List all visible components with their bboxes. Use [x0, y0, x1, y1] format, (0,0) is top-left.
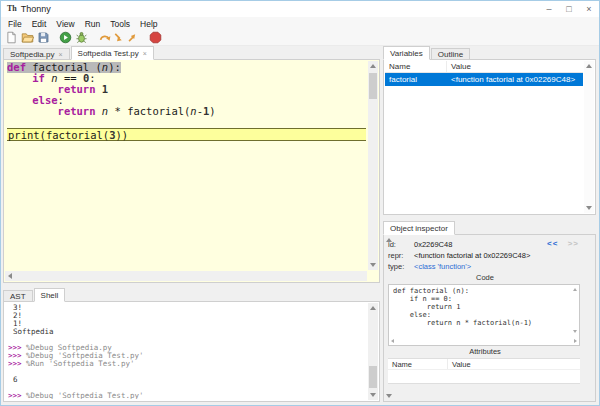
main-area: Softpedia.py×Softpedia Test.py× def fact… [1, 46, 599, 405]
code-token: print(factorial( [8, 129, 109, 141]
save-icon[interactable] [37, 31, 50, 44]
step-out-icon[interactable] [125, 31, 138, 44]
forward-icon[interactable]: >> [568, 239, 579, 248]
title-bar[interactable]: Th Thonny – □ × [1, 1, 599, 17]
scroll-down-icon[interactable] [386, 394, 392, 398]
run-icon[interactable] [59, 31, 72, 44]
scroll-left-icon[interactable] [391, 339, 394, 343]
shell-tab-bar: ASTShell [3, 288, 380, 302]
close-icon[interactable]: × [58, 51, 62, 58]
menu-item-edit[interactable]: Edit [27, 19, 52, 29]
tab-view-shell[interactable]: Shell [34, 288, 66, 302]
attributes-heading: Attributes [388, 346, 582, 358]
scroll-left-icon[interactable] [8, 273, 12, 279]
menu-item-file[interactable]: File [3, 19, 27, 29]
tab-label: AST [10, 292, 26, 301]
editor-horizontal-scrollbar[interactable] [5, 271, 367, 281]
scroll-up-icon[interactable] [370, 64, 376, 68]
code-token: ): [108, 62, 121, 73]
tab-label: Variables [390, 49, 423, 58]
code-token: return [58, 105, 96, 117]
scroll-down-icon[interactable] [573, 330, 577, 333]
object-inspector-content: id:0x2269C48repr:<function factorial at … [388, 239, 582, 398]
menu-item-run[interactable]: Run [80, 19, 106, 29]
editor-line [7, 117, 366, 128]
shell-line: 2! [8, 312, 366, 320]
minimize-button[interactable]: – [539, 1, 559, 17]
tab-view-ast[interactable]: AST [3, 290, 33, 302]
attributes-column-name: Name [388, 359, 448, 369]
table-row[interactable]: factorial<function factorial at 0x02269C… [385, 73, 583, 86]
editor-line: return n * factorial(n-1) [7, 106, 366, 117]
shell-line: 3! [8, 304, 366, 312]
tab-panel-outline[interactable]: Outline [431, 48, 470, 60]
tab-panel-variables[interactable]: Variables [383, 46, 430, 60]
tab-file-softpedia-test-py[interactable]: Softpedia Test.py× [71, 46, 154, 60]
inspector-field-label: type: [388, 262, 414, 271]
attributes-table-header: Name Value [388, 359, 580, 370]
code-token: 1 [102, 83, 108, 95]
inspector-code-line: def factorial (n): [393, 287, 569, 295]
tab-label: Softpedia.py [10, 50, 54, 59]
shell-prompt: >>> [8, 391, 26, 399]
shell-line [8, 368, 366, 376]
editor-tab-bar: Softpedia.py×Softpedia Test.py× [3, 46, 380, 60]
scroll-down-icon[interactable] [370, 263, 376, 267]
code-editor[interactable]: def factorial (n): if n == 0: return 1 e… [7, 62, 366, 270]
code-editor-panel: def factorial (n): if n == 0: return 1 e… [3, 59, 380, 283]
code-token: )) [115, 129, 128, 141]
tab-label: Shell [41, 291, 59, 300]
tab-object-inspector[interactable]: Object inspector [383, 221, 455, 235]
inspector-navigation: << >> [547, 239, 579, 248]
inspector-field: type:<class 'function'> [388, 261, 582, 272]
menu-item-help[interactable]: Help [135, 19, 162, 29]
stop-icon[interactable] [149, 31, 162, 44]
variables-table-header: NameValue [385, 61, 583, 73]
variables-vertical-scrollbar[interactable] [584, 61, 594, 213]
variables-column-value: Value [447, 62, 583, 71]
step-into-icon[interactable] [112, 31, 125, 44]
shell-vertical-scrollbar[interactable] [368, 303, 378, 400]
shell-command: %Run 'Softpedia Test.py' [26, 359, 134, 368]
scroll-up-icon[interactable] [573, 288, 577, 291]
scrollbar-thumb[interactable] [369, 366, 377, 388]
variables-panel: NameValuefactorial<function factorial at… [383, 59, 596, 215]
inspector-code[interactable]: def factorial (n): if n == 0: return 1 e… [393, 287, 569, 335]
close-button[interactable]: × [579, 1, 599, 17]
tab-file-softpedia-py[interactable]: Softpedia.py× [3, 48, 70, 60]
open-folder-icon[interactable] [21, 31, 34, 44]
scrollbar-thumb[interactable] [369, 73, 377, 99]
inspector-code-line: return 1 [393, 303, 569, 311]
inspector-field-value[interactable]: <class 'function'> [414, 262, 471, 271]
inspector-tab-bar: Object inspector [383, 221, 596, 235]
new-file-icon[interactable] [5, 31, 18, 44]
thonny-window: Th Thonny – □ × FileEditViewRunToolsHelp… [0, 0, 600, 406]
inspector-field-value: <function factorial at 0x02269C48> [414, 251, 530, 260]
shell-output-text: Softpedia [8, 327, 54, 336]
menu-item-tools[interactable]: Tools [105, 19, 135, 29]
scroll-up-icon[interactable] [386, 238, 392, 242]
attributes-table: Name Value [388, 358, 580, 384]
window-title: Thonny [21, 4, 51, 14]
editor-vertical-scrollbar[interactable] [368, 61, 378, 270]
menu-bar: FileEditViewRunToolsHelp [1, 17, 599, 30]
maximize-button[interactable]: □ [559, 1, 579, 17]
shell-output[interactable]: 3!2!1!Softpedia >>> %Debug Softpedia.py>… [8, 304, 366, 399]
scroll-up-icon[interactable] [586, 64, 592, 68]
close-icon[interactable]: × [143, 50, 147, 57]
shell-line: >>> %Debug 'Softpedia Test.py' [8, 392, 366, 399]
debug-icon[interactable] [75, 31, 88, 44]
menu-item-view[interactable]: View [51, 19, 79, 29]
shell-line: 1! [8, 320, 366, 328]
tab-label: Softpedia Test.py [78, 49, 139, 58]
variable-value: <function factorial at 0x02269C48> [447, 75, 583, 84]
scroll-down-icon[interactable] [586, 206, 592, 210]
tab-label: Object inspector [390, 224, 448, 233]
tab-label: Outline [438, 50, 463, 59]
scroll-down-icon[interactable] [370, 393, 376, 397]
back-icon[interactable]: << [547, 239, 558, 248]
step-over-icon[interactable] [99, 31, 112, 44]
scroll-right-icon[interactable] [574, 339, 577, 343]
scroll-up-icon[interactable] [370, 306, 376, 310]
inspector-code-box: def factorial (n): if n == 0: return 1 e… [388, 284, 580, 346]
